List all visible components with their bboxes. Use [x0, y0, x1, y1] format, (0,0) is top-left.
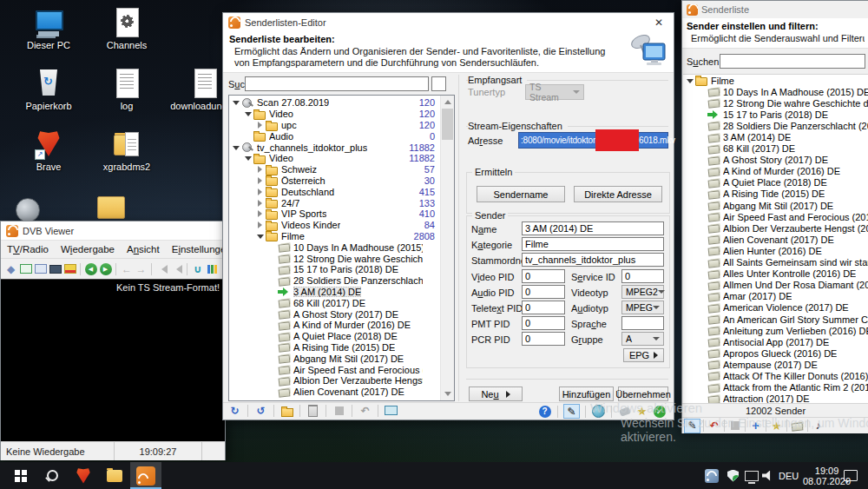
uebernehmen-button[interactable]: Übernehmen — [618, 387, 668, 401]
search-count-box[interactable] — [431, 76, 446, 91]
tree-item[interactable]: tv_channels_itdoktor_plus 11882 — [229, 142, 454, 153]
expander-icon[interactable] — [267, 354, 278, 364]
delete-icon[interactable] — [306, 404, 320, 417]
expander-icon[interactable] — [697, 326, 707, 336]
tree-item[interactable]: Österreich 30 — [229, 175, 454, 187]
notification-center-icon[interactable] — [844, 462, 858, 489]
expander-icon[interactable] — [697, 314, 707, 325]
suchen-input[interactable] — [720, 54, 865, 69]
dvbviewer-titlebar[interactable]: DVB Viewer — [1, 221, 225, 240]
edit-icon[interactable]: ✎ — [563, 404, 580, 419]
pmt-pid-input[interactable] — [522, 316, 565, 330]
expander-icon[interactable] — [697, 223, 707, 234]
expander-icon[interactable] — [697, 177, 707, 188]
tree-item[interactable]: Atempause (2017) DE — [683, 359, 868, 370]
tree-item[interactable]: Audio 0 — [229, 130, 454, 142]
expander-icon[interactable] — [697, 109, 707, 120]
desktop-icon[interactable]: log — [90, 68, 163, 111]
expander-icon[interactable] — [697, 201, 707, 211]
tree-item[interactable]: 24/7 133 — [229, 197, 454, 208]
new-folder-icon[interactable] — [279, 404, 294, 417]
volume-up-icon[interactable] — [169, 262, 184, 276]
tree-item[interactable]: Attack from the Atlantic Rim 2 (2018) DE — [683, 382, 868, 393]
tree-item[interactable]: Alles Unter Kontrolle (2016) DE — [683, 268, 868, 280]
window-icon[interactable] — [18, 262, 33, 276]
expander-icon[interactable] — [697, 87, 707, 97]
expander-icon[interactable] — [243, 131, 253, 142]
undo-icon[interactable]: ↶ — [358, 404, 372, 417]
expander-icon[interactable] — [697, 121, 707, 131]
gruppe-select[interactable]: A — [621, 332, 664, 346]
expander-icon[interactable] — [255, 187, 266, 197]
expander-icon[interactable] — [255, 198, 266, 208]
neu-button[interactable]: Neu — [469, 387, 523, 401]
expander-icon[interactable] — [697, 246, 707, 256]
desktop-icon-partial-gear[interactable] — [16, 198, 40, 222]
web-icon[interactable] — [591, 405, 606, 418]
tree-item[interactable]: Videos Kinder 84 — [229, 220, 454, 231]
tree-item[interactable]: A Quiet Place (2018) DE — [683, 177, 868, 188]
tree-item[interactable]: A Quiet Place (2018) DE — [229, 331, 454, 342]
tree-item[interactable]: VIP Sports 410 — [229, 208, 454, 220]
senderliste-titlebar[interactable]: Senderliste — [682, 1, 868, 18]
menu-item[interactable]: Ansicht — [121, 244, 166, 254]
tree-item[interactable]: Antisocial App (2017) DE — [683, 336, 868, 347]
tree-item[interactable]: 3 AM (2014) DE — [229, 287, 454, 298]
tree-item[interactable]: Air Speed Fast and Ferocious (2017) DE — [229, 364, 454, 375]
tree-item[interactable]: Video 11882 — [229, 153, 454, 164]
tree-item[interactable]: 15 17 to Paris (2018) DE — [229, 264, 454, 275]
tree-item[interactable]: Deutschland 415 — [229, 186, 454, 197]
volume-down-icon[interactable] — [155, 262, 169, 276]
tree-item[interactable]: Air Speed Fast and Ferocious (2017) DE — [683, 211, 868, 222]
expander-icon[interactable] — [697, 360, 707, 370]
mute-icon[interactable]: ∪ — [190, 262, 205, 276]
language-indicator[interactable]: DEU — [779, 462, 799, 489]
tree-item[interactable]: Attack Of The Killer Donuts (2016) DE — [683, 370, 868, 381]
nav-icon[interactable]: ◆ — [3, 262, 18, 276]
tree-item[interactable]: Alien Hunter (2016) DE — [683, 245, 868, 256]
preview-icon[interactable] — [384, 404, 398, 417]
editor-titlebar[interactable]: Senderlisten-Editor ✕ — [223, 13, 674, 31]
tree-item[interactable]: 10 Days In A Madhouse (2015) DE — [683, 86, 868, 97]
expander-icon[interactable] — [697, 235, 707, 245]
audio-pid-input[interactable] — [522, 285, 565, 299]
tree-item[interactable]: Anleitung zum Verlieben (2016) DE — [683, 325, 868, 336]
osd-icon[interactable] — [48, 262, 62, 276]
tree-item[interactable]: A Rising Tide (2015) DE — [229, 342, 454, 354]
tree-item[interactable]: All Saints Gemeinsam sind wir stark (201… — [683, 257, 868, 268]
expander-icon[interactable] — [243, 153, 253, 163]
tree-item[interactable]: 10 Days In A Madhouse (2015) DE — [229, 241, 454, 253]
audiotyp-select[interactable]: MPEG — [621, 301, 664, 314]
tree-item[interactable]: A Ghost Story (2017) DE — [229, 308, 454, 320]
expander-icon[interactable] — [697, 382, 707, 393]
direkte-adresse-button[interactable]: Direkte Adresse — [574, 186, 662, 202]
refresh-icon[interactable]: ↻ — [227, 404, 242, 417]
expander-icon[interactable] — [267, 264, 278, 274]
tree-item[interactable]: 12 Strong Die wahre Geschichte der US Ho… — [229, 253, 454, 264]
kategorie-input[interactable] — [522, 237, 664, 251]
expander-icon[interactable] — [267, 242, 278, 253]
expander-icon[interactable] — [697, 98, 707, 109]
expander-icon[interactable] — [231, 142, 241, 153]
tree-item[interactable]: 68 Kill (2017) DE — [229, 297, 454, 308]
expander-icon[interactable] — [697, 155, 707, 165]
pcr-pid-input[interactable] — [522, 332, 565, 346]
expander-icon[interactable] — [255, 231, 266, 241]
expander-icon[interactable] — [267, 342, 278, 353]
expander-icon[interactable] — [267, 287, 278, 297]
expander-icon[interactable] — [255, 175, 266, 186]
expander-icon[interactable] — [255, 220, 266, 230]
add-icon[interactable]: + — [748, 420, 763, 433]
videotyp-select[interactable]: MPEG2 — [621, 285, 664, 299]
name-input[interactable] — [522, 221, 664, 235]
tree-item[interactable]: Abgang Mit Stil (2017) DE — [683, 200, 868, 211]
expander-icon[interactable] — [267, 331, 278, 341]
expander-icon[interactable] — [267, 309, 278, 320]
scroll-up-icon[interactable] — [444, 100, 451, 104]
adresse-input[interactable]: :8080/movie/itdoktor 6018.mkv — [518, 132, 668, 149]
desktop-icon[interactable]: Brave — [12, 129, 85, 172]
menu-item[interactable]: TV/Radio — [1, 244, 55, 254]
tree-item[interactable]: 68 Kill (2017) DE — [683, 143, 868, 155]
stammordner-input[interactable] — [522, 253, 664, 267]
desktop-icon[interactable]: Papierkorb — [12, 68, 85, 111]
